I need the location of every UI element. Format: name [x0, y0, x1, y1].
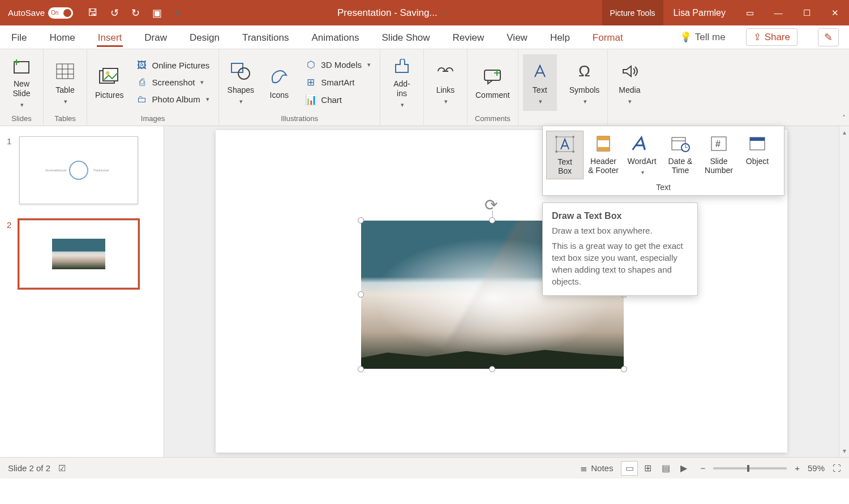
customize-qat-icon[interactable]: ▾	[175, 7, 181, 19]
smartart-button[interactable]: ⊞SmartArt	[303, 75, 373, 89]
links-button[interactable]: Links▾	[428, 54, 462, 111]
group-media: Media▾	[608, 49, 651, 126]
minimize-icon[interactable]: —	[764, 0, 792, 25]
media-button[interactable]: Media▾	[612, 54, 646, 111]
tab-review[interactable]: Review	[452, 28, 486, 47]
tab-insert[interactable]: Insert	[97, 28, 123, 47]
slide-sorter-icon[interactable]: ⊞	[639, 461, 656, 476]
undo-icon[interactable]: ↺	[110, 7, 119, 19]
pictures-icon	[98, 64, 120, 88]
symbols-button[interactable]: Ω Symbols▾	[566, 54, 603, 111]
group-links: Links▾	[424, 49, 468, 126]
user-name[interactable]: Lisa Parmley	[663, 8, 736, 18]
tab-file[interactable]: File	[10, 28, 28, 47]
rotate-handle-icon[interactable]: ⟳	[484, 196, 498, 214]
resize-handle-tm[interactable]	[489, 217, 495, 223]
chart-button[interactable]: 📊Chart	[303, 93, 373, 107]
resize-handle-bl[interactable]	[358, 366, 364, 372]
table-icon	[55, 59, 75, 83]
svg-text:#: #	[715, 139, 721, 149]
maximize-icon[interactable]: ☐	[792, 0, 821, 25]
resize-handle-bm[interactable]	[489, 366, 495, 372]
close-icon[interactable]: ✕	[821, 0, 849, 25]
toggle-switch-icon[interactable]	[48, 7, 73, 19]
photo-album-button[interactable]: 🗀Photo Album▾	[134, 93, 212, 106]
view-buttons: ▭ ⊞ ▤ ▶	[621, 461, 692, 476]
screenshot-button[interactable]: ⎙Screenshot▾	[134, 76, 212, 89]
save-icon[interactable]: 🖫	[88, 7, 98, 19]
scroll-up-icon[interactable]: ▴	[843, 128, 846, 136]
share-icon: ⇪	[753, 31, 761, 43]
autosave-toggle[interactable]: AutoSave	[0, 7, 73, 19]
thumbnail-1-preview[interactable]: Nontraditional Traditional	[19, 136, 138, 204]
tab-transitions[interactable]: Transitions	[241, 28, 290, 47]
text-box-button[interactable]: Text Box	[546, 131, 584, 179]
slideshow-view-icon[interactable]: ▶	[675, 461, 692, 476]
table-button[interactable]: Table ▾	[48, 54, 82, 111]
new-slide-button[interactable]: New Slide ▾	[5, 54, 38, 111]
tab-animations[interactable]: Animations	[310, 28, 360, 47]
zoom-level[interactable]: 59%	[808, 463, 825, 473]
shapes-button[interactable]: Shapes▾	[224, 54, 258, 111]
tab-slideshow[interactable]: Slide Show	[381, 28, 431, 47]
lightbulb-icon: 💡	[680, 31, 692, 43]
object-button[interactable]: Object	[739, 131, 776, 179]
scroll-down-icon[interactable]: ▾	[843, 447, 846, 455]
comments-pane-button[interactable]: ✎	[818, 28, 839, 46]
addins-button[interactable]: Add- ins▾	[385, 54, 419, 111]
document-title: Presentation - Saving... ▾	[181, 7, 602, 19]
spellcheck-icon[interactable]: ☑	[58, 463, 66, 473]
resize-handle-tl[interactable]	[358, 217, 364, 223]
tab-help[interactable]: Help	[549, 28, 571, 47]
thumbnail-1[interactable]: 1 Nontraditional Traditional	[7, 136, 157, 204]
resize-handle-ml[interactable]	[358, 291, 364, 298]
header-footer-button[interactable]: Header & Footer	[585, 131, 622, 179]
ribbon-display-icon[interactable]: ▭	[736, 0, 764, 25]
slideshow-from-start-icon[interactable]: ▣	[152, 7, 162, 19]
online-pictures-button[interactable]: 🖼Online Pictures	[134, 59, 212, 72]
status-bar: Slide 2 of 2 ☑ ≣ Notes ▭ ⊞ ▤ ▶ − + 59% ⛶	[0, 457, 849, 479]
normal-view-icon[interactable]: ▭	[621, 461, 638, 476]
svg-rect-13	[484, 70, 500, 80]
svg-point-10	[106, 71, 109, 75]
zoom-slider[interactable]	[713, 467, 787, 469]
group-addins: Add- ins▾	[380, 49, 424, 126]
tell-me-search[interactable]: 💡 Tell me	[680, 31, 726, 43]
tab-home[interactable]: Home	[48, 28, 76, 47]
3d-models-button[interactable]: ⬡3D Models▾	[303, 58, 373, 72]
pictures-button[interactable]: Pictures	[92, 54, 127, 111]
wordart-button[interactable]: WordArt▾	[623, 131, 661, 179]
notes-button[interactable]: ≣ Notes	[580, 463, 613, 473]
group-slides: New Slide ▾ Slides	[0, 49, 44, 126]
slide-number-button[interactable]: # Slide Number	[700, 131, 737, 179]
redo-icon[interactable]: ↻	[131, 7, 140, 19]
svg-rect-11	[231, 63, 243, 72]
resize-handle-br[interactable]	[621, 366, 627, 372]
fit-to-window-icon[interactable]: ⛶	[833, 463, 841, 473]
tab-format[interactable]: Format	[591, 28, 624, 47]
wordart-icon	[632, 134, 651, 153]
slide-position[interactable]: Slide 2 of 2	[8, 463, 50, 473]
text-box-tooltip: Draw a Text Box Draw a text box anywhere…	[542, 203, 698, 296]
tab-view[interactable]: View	[505, 28, 529, 47]
notes-icon: ≣	[580, 463, 588, 473]
date-time-button[interactable]: Date & Time	[662, 131, 699, 179]
svg-point-20	[572, 150, 574, 153]
collapse-ribbon-icon[interactable]: ˄	[842, 114, 846, 122]
comment-button[interactable]: Comment	[472, 54, 513, 111]
zoom-in-icon[interactable]: +	[795, 463, 800, 473]
text-group-button[interactable]: Text▾	[523, 54, 557, 111]
slide-number-icon: #	[710, 134, 727, 153]
vertical-scrollbar[interactable]: ▴ ▾	[839, 126, 849, 457]
icons-button[interactable]: Icons	[262, 54, 296, 111]
svg-point-19	[555, 150, 558, 153]
tab-draw[interactable]: Draw	[143, 28, 168, 47]
reading-view-icon[interactable]: ▤	[657, 461, 674, 476]
title-dropdown-icon[interactable]: ▾	[442, 9, 445, 16]
share-button[interactable]: ⇪ Share	[746, 28, 797, 46]
thumbnail-2[interactable]: 2	[7, 220, 157, 288]
zoom-out-icon[interactable]: −	[700, 463, 705, 473]
slide-thumbnail-panel[interactable]: 1 Nontraditional Traditional 2	[0, 126, 164, 457]
thumbnail-2-preview[interactable]	[19, 220, 138, 288]
tab-design[interactable]: Design	[188, 28, 221, 47]
